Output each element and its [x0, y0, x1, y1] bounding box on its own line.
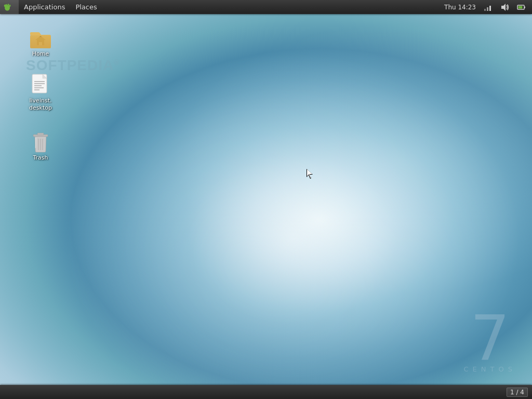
svg-rect-7 [489, 6, 491, 11]
workspace-indicator[interactable]: 1 / 4 [507, 388, 528, 397]
desktop-icon-liveinst[interactable]: liveinst.desktop [20, 70, 61, 114]
menubar: Applications Places Thu 14:23 [0, 0, 532, 14]
svg-marker-8 [501, 4, 506, 11]
svg-rect-17 [30, 37, 51, 48]
home-folder-icon [28, 25, 53, 50]
menubar-right: Thu 14:23 [442, 0, 532, 14]
centos-version-text: CENTOS [464, 365, 516, 373]
applications-menu[interactable]: Applications [19, 0, 70, 14]
liveinst-icon-label: liveinst.desktop [29, 97, 52, 112]
trash-bin-icon [28, 129, 53, 154]
power-icon[interactable] [514, 0, 528, 14]
centos-watermark: 7 CENTOS [464, 307, 516, 373]
home-icon-label: Home [32, 50, 49, 58]
network-icon[interactable] [481, 0, 495, 14]
centos-version-number: 7 [470, 307, 510, 369]
svg-point-3 [8, 4, 9, 6]
desktop-icon-home[interactable]: Home [20, 23, 61, 60]
liveinst-file-icon [28, 72, 53, 97]
svg-marker-31 [307, 169, 312, 178]
menubar-left: Applications Places [0, 0, 102, 14]
gnome-foot-icon [3, 3, 11, 11]
svg-rect-5 [484, 9, 486, 11]
svg-rect-26 [37, 133, 44, 135]
svg-point-2 [6, 4, 7, 6]
svg-point-4 [9, 5, 11, 7]
desktop-icon-trash[interactable]: Trash [20, 127, 61, 164]
svg-rect-11 [518, 6, 523, 8]
mouse-cursor [307, 169, 313, 178]
clock[interactable]: Thu 14:23 [442, 0, 478, 14]
desktop: Applications Places Thu 14:23 [0, 0, 532, 399]
taskbar: 1 / 4 [0, 385, 532, 399]
svg-rect-10 [524, 6, 525, 8]
svg-rect-6 [487, 7, 488, 11]
svg-marker-30 [307, 169, 313, 179]
gnome-menu-button[interactable] [0, 0, 19, 14]
trash-icon-label: Trash [33, 154, 48, 162]
places-menu[interactable]: Places [70, 0, 102, 14]
volume-icon[interactable] [498, 0, 511, 14]
